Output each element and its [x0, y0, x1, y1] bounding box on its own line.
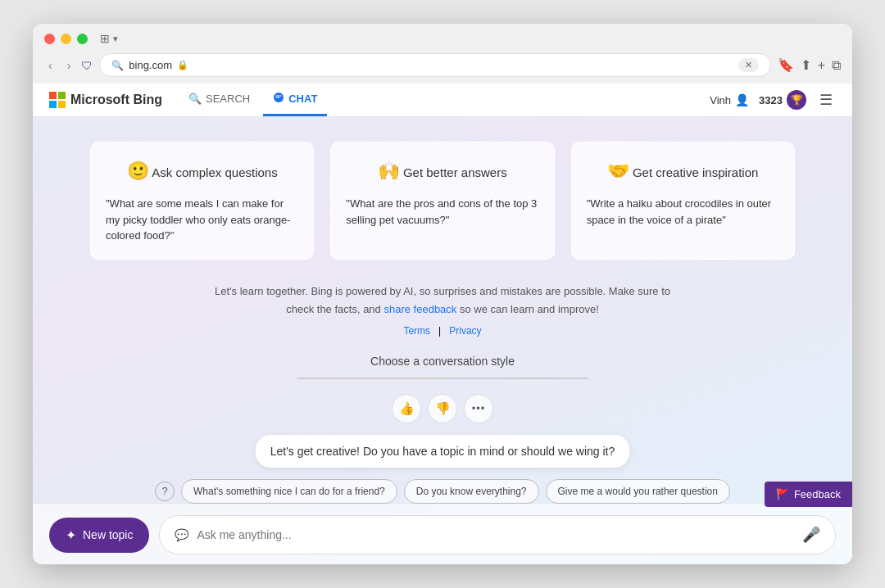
feedback-tab[interactable]: 🚩 Feedback [765, 482, 852, 507]
terms-link[interactable]: Terms [403, 325, 430, 337]
chat-bubble-text: Let's get creative! Do you have a topic … [270, 445, 615, 458]
svg-rect-3 [58, 101, 66, 108]
app-nav: Microsoft Bing 🔍 SEARCH CHAT Vinh 👤 3323… [33, 84, 852, 117]
browser-controls: ‹ › 🛡 🔍 bing.com 🔒 ✕ 🔖 ⬆ + ⧉ [44, 53, 841, 77]
more-options-button[interactable]: ••• [464, 394, 493, 423]
terms-sep: | [438, 325, 441, 337]
feature-card-0[interactable]: 🙂 Ask complex questions "What are some m… [90, 142, 314, 260]
tab-chevron-icon[interactable]: ▾ [113, 34, 118, 44]
lock-icon: 🔒 [177, 60, 188, 70]
chat-dot-icon [273, 92, 284, 106]
chat-nav-label: CHAT [288, 93, 317, 105]
microsoft-logo [49, 92, 66, 108]
conversation-style-selector: More Creative More Balanced More Precise [297, 378, 588, 379]
chat-bubble: Let's get creative! Do you have a topic … [256, 435, 630, 468]
score-value: 3323 [759, 94, 783, 106]
bookmark-icon[interactable]: 🔖 [778, 57, 794, 73]
nav-search[interactable]: 🔍 SEARCH [179, 84, 260, 116]
nav-right: Vinh 👤 3323 🏆 ☰ [710, 88, 836, 112]
feature-example-0: "What are some meals I can make for my p… [106, 196, 298, 244]
microphone-button[interactable]: 🎤 [802, 526, 820, 544]
new-topic-button[interactable]: ✦ New topic [49, 518, 149, 553]
user-name: Vinh [710, 94, 731, 106]
address-bar[interactable]: 🔍 bing.com 🔒 ✕ [99, 53, 770, 77]
thumbs-down-button[interactable]: 👎 [428, 394, 457, 423]
logo: Microsoft Bing [49, 92, 162, 108]
conv-style-label: Choose a conversation style [370, 355, 515, 368]
share-icon[interactable]: ⬆ [801, 57, 811, 73]
new-topic-label: New topic [83, 528, 133, 541]
traffic-lights: ⊞ ▾ [44, 32, 841, 45]
close-button[interactable] [44, 34, 55, 44]
feedback-icon: 🚩 [776, 488, 789, 500]
main-content: 🙂 Ask complex questions "What are some m… [33, 117, 852, 564]
feature-title-2: Get creative inspiration [633, 165, 758, 179]
feature-example-1: "What are the pros and cons of the top 3… [346, 196, 538, 228]
search-nav-icon: 🔍 [188, 93, 202, 105]
forward-button[interactable]: › [63, 57, 75, 74]
trophy-badge: 🏆 [787, 90, 806, 110]
info-text-after: so we can learn and improve! [460, 303, 599, 315]
search-nav-label: SEARCH [206, 93, 250, 105]
search-icon: 🔍 [111, 60, 124, 71]
feature-card-1[interactable]: 🙌 Get better answers "What are the pros … [330, 142, 554, 260]
svg-rect-2 [49, 101, 57, 108]
browser-actions: 🔖 ⬆ + ⧉ [778, 57, 841, 73]
suggestions-row: ? What's something nice I can do for a f… [155, 479, 730, 504]
feature-example-2: "Write a haiku about crocodiles in outer… [587, 196, 779, 228]
input-chat-icon: 💬 [175, 528, 188, 541]
svg-rect-1 [58, 92, 66, 99]
feature-emoji-1: 🙌 [378, 161, 400, 181]
user-info: Vinh 👤 [710, 93, 749, 106]
suggestion-chip-1[interactable]: Do you know everything? [404, 479, 539, 504]
feature-card-2[interactable]: 🤝 Get creative inspiration "Write a haik… [571, 142, 795, 260]
new-topic-icon: ✦ [66, 527, 76, 543]
feature-cards: 🙂 Ask complex questions "What are some m… [90, 142, 795, 260]
minimize-button[interactable] [61, 34, 71, 44]
nav-chat[interactable]: CHAT [263, 84, 327, 116]
thumbs-up-button[interactable]: 👍 [392, 394, 421, 423]
bottom-bar: ✦ New topic 💬 🎤 [33, 504, 852, 564]
input-box: 💬 🎤 [159, 515, 836, 554]
feature-title-0: Ask complex questions [152, 165, 277, 179]
content-area: 🙂 Ask complex questions "What are some m… [33, 117, 852, 504]
feature-emoji-2: 🤝 [607, 161, 629, 181]
suggestion-chip-2[interactable]: Give me a would you rather question [546, 479, 730, 504]
svg-rect-0 [49, 92, 57, 99]
browser-window: ⊞ ▾ ‹ › 🛡 🔍 bing.com 🔒 ✕ 🔖 ⬆ + ⧉ [33, 24, 852, 564]
browser-chrome: ⊞ ▾ ‹ › 🛡 🔍 bing.com 🔒 ✕ 🔖 ⬆ + ⧉ [33, 24, 852, 84]
feature-emoji-0: 🙂 [127, 161, 149, 181]
tab-close[interactable]: ✕ [738, 58, 759, 72]
style-balanced[interactable]: More Balanced [397, 378, 497, 379]
chat-input[interactable] [197, 528, 794, 541]
suggestion-chip-0[interactable]: What's something nice I can do for a fri… [181, 479, 397, 504]
nav-items: 🔍 SEARCH CHAT [179, 84, 327, 116]
feedback-label: Feedback [794, 488, 841, 500]
style-precise[interactable]: More Precise [497, 378, 587, 379]
user-icon: 👤 [735, 93, 749, 106]
menu-button[interactable]: ☰ [816, 88, 836, 112]
privacy-link[interactable]: Privacy [449, 325, 481, 337]
maximize-button[interactable] [77, 34, 88, 44]
shield-icon: 🛡 [81, 59, 93, 72]
terms-links: Terms | Privacy [403, 325, 481, 337]
url-text: bing.com [129, 59, 172, 71]
back-button[interactable]: ‹ [44, 57, 57, 74]
new-tab-icon[interactable]: + [818, 58, 825, 73]
logo-text: Microsoft Bing [70, 93, 162, 107]
suggestion-question-icon: ? [155, 482, 175, 501]
tab-list-icon[interactable]: ⊞ [100, 32, 110, 45]
feature-title-1: Get better answers [403, 165, 507, 179]
feedback-buttons-row: 👍 👎 ••• [392, 394, 493, 423]
score-badge: 3323 🏆 [759, 90, 806, 110]
info-text: Let's learn together. Bing is powered by… [213, 283, 672, 319]
tabs-icon[interactable]: ⧉ [832, 58, 841, 73]
share-feedback-link[interactable]: share feedback [384, 303, 460, 315]
